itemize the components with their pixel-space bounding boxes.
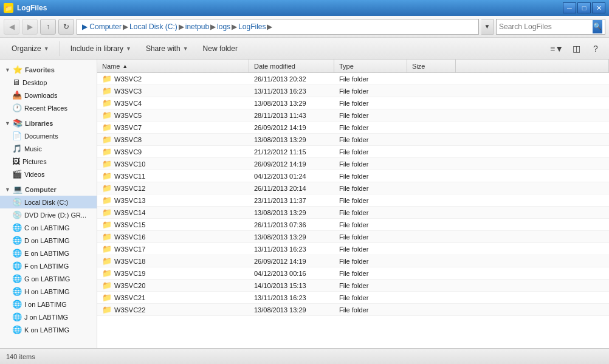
column-header-name[interactable]: Name ▲ <box>97 60 249 72</box>
sidebar-item-desktop[interactable]: 🖥 Desktop <box>0 76 97 89</box>
path-inetpub: inetpub <box>185 22 209 31</box>
new-folder-button[interactable]: New folder <box>196 40 244 57</box>
sidebar: ▼ ⭐ Favorites 🖥 Desktop 📥 Downloads 🕐 Re… <box>0 60 97 348</box>
table-row[interactable]: 📁 W3SVC14 13/08/2013 13:29 File folder <box>97 207 609 219</box>
sidebar-item-e-labtimg[interactable]: 🌐 E on LABTIMG <box>0 247 97 259</box>
table-row[interactable]: 📁 W3SVC9 21/12/2012 11:15 File folder <box>97 146 609 158</box>
table-row[interactable]: 📁 W3SVC11 04/12/2013 01:24 File folder <box>97 170 609 182</box>
sidebar-item-pictures[interactable]: 🖼 Pictures <box>0 155 97 168</box>
table-row[interactable]: 📁 W3SVC3 13/11/2013 16:23 File folder <box>97 85 609 97</box>
sidebar-item-documents[interactable]: 📄 Documents <box>0 129 97 142</box>
table-row[interactable]: 📁 W3SVC2 26/11/2013 20:32 File folder <box>97 73 609 85</box>
network-d-icon: 🌐 <box>12 236 22 245</box>
folder-icon: 📁 <box>102 269 112 278</box>
forward-button[interactable]: ▶ <box>22 19 38 35</box>
table-row[interactable]: 📁 W3SVC16 13/08/2013 13:29 File folder <box>97 231 609 243</box>
file-cell-type: File folder <box>334 270 407 277</box>
app-icon: 📁 <box>4 3 13 13</box>
preview-pane-button[interactable]: ◫ <box>568 41 585 57</box>
file-cell-date: 26/09/2012 14:19 <box>249 124 334 131</box>
path-dropdown-button[interactable]: ▼ <box>481 19 494 35</box>
table-row[interactable]: 📁 W3SVC21 13/11/2013 16:23 File folder <box>97 292 609 304</box>
sidebar-item-recent-places[interactable]: 🕐 Recent Places <box>0 101 97 114</box>
include-library-button[interactable]: Include in library ▼ <box>64 40 138 57</box>
sidebar-item-videos[interactable]: 🎬 Videos <box>0 168 97 180</box>
search-button[interactable]: 🔍 <box>593 20 602 33</box>
maximize-button[interactable]: □ <box>577 2 591 13</box>
table-row[interactable]: 📁 W3SVC7 26/09/2012 14:19 File folder <box>97 122 609 134</box>
column-header-date[interactable]: Date modified <box>249 60 334 72</box>
file-cell-type: File folder <box>334 112 407 119</box>
views-button[interactable]: ≡▼ <box>548 41 565 57</box>
table-row[interactable]: 📁 W3SVC18 26/09/2012 14:19 File folder <box>97 255 609 267</box>
file-name-text: W3SVC13 <box>114 197 145 204</box>
path-logs: logs <box>217 22 230 31</box>
table-row[interactable]: 📁 W3SVC20 14/10/2013 15:13 File folder <box>97 280 609 292</box>
file-cell-name: 📁 W3SVC13 <box>97 196 249 205</box>
file-cell-name: 📁 W3SVC5 <box>97 111 249 120</box>
help-button[interactable]: ? <box>587 41 604 57</box>
file-cell-name: 📁 W3SVC4 <box>97 98 249 108</box>
favorites-header[interactable]: ▼ ⭐ Favorites <box>0 63 97 76</box>
table-row[interactable]: 📁 W3SVC17 13/11/2013 16:23 File folder <box>97 243 609 255</box>
table-row[interactable]: 📁 W3SVC15 26/11/2013 07:36 File folder <box>97 219 609 231</box>
folder-icon: 📁 <box>102 293 112 302</box>
refresh-button[interactable]: ↻ <box>58 19 74 35</box>
file-cell-date: 13/08/2013 13:29 <box>249 209 334 216</box>
file-cell-type: File folder <box>334 306 407 314</box>
sidebar-item-music[interactable]: 🎵 Music <box>0 142 97 155</box>
minimize-button[interactable]: ─ <box>563 2 576 13</box>
column-header-type[interactable]: Type <box>334 60 407 72</box>
sidebar-item-d-labtimg[interactable]: 🌐 D on LABTIMG <box>0 234 97 247</box>
folder-icon: 📁 <box>102 208 112 217</box>
sidebar-item-g-labtimg[interactable]: 🌐 G on LABTIMG <box>0 272 97 285</box>
sidebar-item-j-labtimg[interactable]: 🌐 J on LABTIMG <box>0 311 97 323</box>
search-input[interactable] <box>499 22 590 31</box>
sidebar-item-f-labtimg[interactable]: 🌐 F on LABTIMG <box>0 259 97 272</box>
address-path[interactable]: ▶ Computer ▶ Local Disk (C:) ▶ inetpub ▶… <box>77 19 479 35</box>
table-row[interactable]: 📁 W3SVC4 13/08/2013 13:29 File folder <box>97 97 609 109</box>
folder-icon: 📁 <box>102 244 112 253</box>
sidebar-item-downloads[interactable]: 📥 Downloads <box>0 89 97 101</box>
file-name-text: W3SVC21 <box>114 294 145 301</box>
file-area: Name ▲ Date modified Type Size 📁 W3SVC2 … <box>97 60 609 348</box>
file-cell-date: 28/11/2013 11:43 <box>249 112 334 119</box>
table-row[interactable]: 📁 W3SVC19 04/12/2013 00:16 File folder <box>97 267 609 280</box>
up-button[interactable]: ↑ <box>40 19 56 35</box>
file-name-text: W3SVC15 <box>114 221 145 228</box>
table-row[interactable]: 📁 W3SVC13 23/11/2013 11:37 File folder <box>97 194 609 207</box>
computer-group: ▼ 💻 Computer 💿 Local Disk (C:) 💿 DVD Dri… <box>0 183 97 336</box>
sidebar-item-dvd-drive[interactable]: 💿 DVD Drive (D:) GR... <box>0 208 97 221</box>
back-button[interactable]: ◀ <box>4 19 19 35</box>
file-cell-date: 14/10/2013 15:13 <box>249 282 334 289</box>
table-row[interactable]: 📁 W3SVC5 28/11/2013 11:43 File folder <box>97 109 609 122</box>
sidebar-item-c-labtimg[interactable]: 🌐 C on LABTIMG <box>0 221 97 234</box>
sidebar-item-local-disk-c[interactable]: 💿 Local Disk (C:) <box>0 196 97 208</box>
sidebar-item-k-labtimg[interactable]: 🌐 K on LABTIMG <box>0 323 97 336</box>
include-arrow: ▼ <box>126 46 131 52</box>
libraries-header[interactable]: ▼ 📚 Libraries <box>0 117 97 129</box>
table-row[interactable]: 📁 W3SVC12 26/11/2013 20:14 File folder <box>97 182 609 194</box>
file-name-text: W3SVC3 <box>114 88 142 95</box>
file-cell-type: File folder <box>334 258 407 265</box>
file-name-text: W3SVC2 <box>114 75 142 83</box>
libraries-group: ▼ 📚 Libraries 📄 Documents 🎵 Music 🖼 Pict… <box>0 117 97 180</box>
sidebar-item-h-labtimg[interactable]: 🌐 H on LABTIMG <box>0 285 97 298</box>
file-cell-type: File folder <box>334 173 407 180</box>
recent-places-icon: 🕐 <box>12 103 22 112</box>
file-cell-date: 26/11/2013 20:32 <box>249 75 334 83</box>
folder-icon: 📁 <box>102 159 112 168</box>
column-header-size[interactable]: Size <box>407 60 456 72</box>
close-button[interactable]: ✕ <box>592 2 605 13</box>
table-row[interactable]: 📁 W3SVC8 13/08/2013 13:29 File folder <box>97 134 609 146</box>
sidebar-item-i-labtimg[interactable]: 🌐 I on LABTIMG <box>0 298 97 311</box>
main-area: ▼ ⭐ Favorites 🖥 Desktop 📥 Downloads 🕐 Re… <box>0 60 609 348</box>
table-row[interactable]: 📁 W3SVC22 13/08/2013 13:29 File folder <box>97 304 609 316</box>
share-with-button[interactable]: Share with ▼ <box>139 40 195 57</box>
computer-header[interactable]: ▼ 💻 Computer <box>0 183 97 196</box>
file-cell-type: File folder <box>334 185 407 192</box>
folder-icon: 📁 <box>102 256 112 266</box>
table-row[interactable]: 📁 W3SVC10 26/09/2012 14:19 File folder <box>97 158 609 170</box>
folder-icon: 📁 <box>102 281 112 290</box>
organize-button[interactable]: Organize ▼ <box>5 40 56 57</box>
